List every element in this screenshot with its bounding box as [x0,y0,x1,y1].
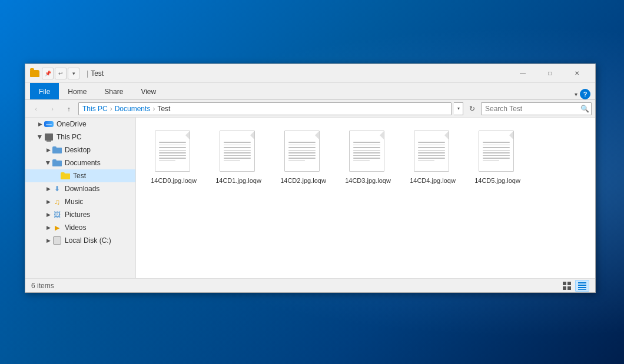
list-item[interactable]: 14CD5.jpg.loqw [468,126,527,187]
sidebar-label-documents: Documents [65,159,101,167]
doc-line [159,158,186,159]
doc-line [159,150,186,151]
list-item[interactable]: 14CD0.jpg.loqw [144,126,203,187]
view-toggle-group [560,280,589,292]
sidebar-item-music[interactable]: ▶ ♫ Music [25,195,135,208]
doc-line [224,147,251,148]
videos-arrow: ▶ [44,223,52,232]
doc-lines [288,142,316,163]
forward-button[interactable]: › [45,102,59,115]
doc-line [224,142,251,143]
doc-line [483,150,510,151]
sidebar-label-downloads: Downloads [65,185,99,193]
sidebar-item-downloads[interactable]: ▶ ⬇ Downloads [25,182,135,195]
sidebar-item-desktop[interactable]: ▶ Desktop [25,143,135,156]
close-button[interactable]: ✕ [563,64,590,83]
sidebar: ▶ OneDrive ▶ This PC ▶ Deskto [25,118,136,278]
doc-line [483,158,510,159]
search-button[interactable]: 🔍 [578,103,591,115]
window-title: Test [91,69,509,78]
address-dropdown-button[interactable]: ▾ [454,102,463,115]
sidebar-item-test[interactable]: ▶ Test [25,169,135,182]
file-icon-1 [220,131,257,174]
doc-line [418,150,445,151]
file-name-5: 14CD5.jpg.loqw [474,176,520,185]
thispc-icon [44,132,54,142]
doc-line [288,152,316,153]
tab-file[interactable]: File [30,83,59,99]
file-name-1: 14CD1.jpg.loqw [215,176,261,185]
doc-lines [224,142,251,163]
doc-line [483,161,499,162]
doc-line [159,145,186,146]
doc-lines [353,142,380,163]
sidebar-item-localdisk[interactable]: ▶ Local Disk (C:) [25,234,135,247]
doc-line [418,147,445,148]
doc-line [288,155,316,156]
main-area: ▶ OneDrive ▶ This PC ▶ Deskto [25,118,595,278]
document-icon [220,131,255,172]
search-input[interactable] [482,105,578,113]
ribbon-help-button[interactable]: ? [580,89,590,99]
videos-icon: ▶ [52,223,62,232]
breadcrumb-part-documents[interactable]: Documents [115,105,151,113]
breadcrumb-sep-1: › [110,105,112,113]
window-controls: — □ ✕ [509,64,590,83]
maximize-button[interactable]: □ [536,64,563,83]
svg-rect-3 [567,286,571,290]
svg-rect-4 [578,282,586,283]
qa-undo-button[interactable]: ↩ [55,68,67,79]
search-bar[interactable]: 🔍 [481,102,592,115]
doc-line [159,147,186,148]
file-name-2: 14CD2.jpg.loqw [280,176,326,185]
list-item[interactable]: 14CD1.jpg.loqw [209,126,268,187]
file-name-3: 14CD3.jpg.loqw [345,176,391,185]
pictures-arrow: ▶ [44,211,52,219]
breadcrumb-bar[interactable]: This PC › Documents › Test [78,102,452,115]
refresh-button[interactable]: ↻ [466,102,479,115]
sidebar-item-documents[interactable]: ▶ Documents [25,156,135,169]
up-button[interactable]: ↑ [62,102,76,115]
list-item[interactable]: 14CD2.jpg.loqw [274,126,333,187]
svg-rect-7 [578,289,586,290]
tab-share[interactable]: Share [95,83,132,99]
document-icon [284,131,320,172]
view-tiles-button[interactable] [560,280,574,292]
desktop-arrow: ▶ [44,146,52,154]
list-item[interactable]: 14CD3.jpg.loqw [338,126,397,187]
tab-view[interactable]: View [132,83,165,99]
forward-icon: › [51,105,54,112]
doc-line [418,142,445,143]
list-icon [578,282,586,290]
doc-line [159,152,186,153]
view-list-button[interactable] [575,280,589,292]
list-item[interactable]: 14CD4.jpg.loqw [403,126,462,187]
music-icon: ♫ [52,197,62,206]
doc-line [418,155,445,156]
file-icon-2 [284,131,322,174]
doc-line [288,145,316,146]
doc-line [483,152,510,153]
doc-line [353,142,380,143]
doc-line [224,152,251,153]
qa-pin-button[interactable]: 📌 [42,68,54,79]
sidebar-item-onedrive[interactable]: ▶ OneDrive [25,118,135,131]
breadcrumb-part-thispc[interactable]: This PC [82,105,108,113]
localdisk-icon [52,236,62,245]
sidebar-label-onedrive: OneDrive [57,120,87,128]
up-icon: ↑ [67,105,71,112]
sidebar-item-videos[interactable]: ▶ ▶ Videos [25,221,135,234]
tab-home[interactable]: Home [59,83,95,99]
doc-line [483,142,510,143]
sidebar-item-thispc[interactable]: ▶ This PC [25,131,135,143]
ribbon-expand-icon[interactable]: ▾ [575,91,577,98]
document-icon [414,131,449,172]
refresh-icon: ↻ [469,105,475,113]
minimize-button[interactable]: — [509,64,536,83]
sidebar-item-pictures[interactable]: ▶ 🖼 Pictures [25,208,135,221]
doc-line [418,158,445,159]
back-button[interactable]: ‹ [29,102,43,115]
doc-line [353,152,380,153]
qa-dropdown-button[interactable]: ▾ [68,68,79,79]
doc-line [418,161,434,162]
